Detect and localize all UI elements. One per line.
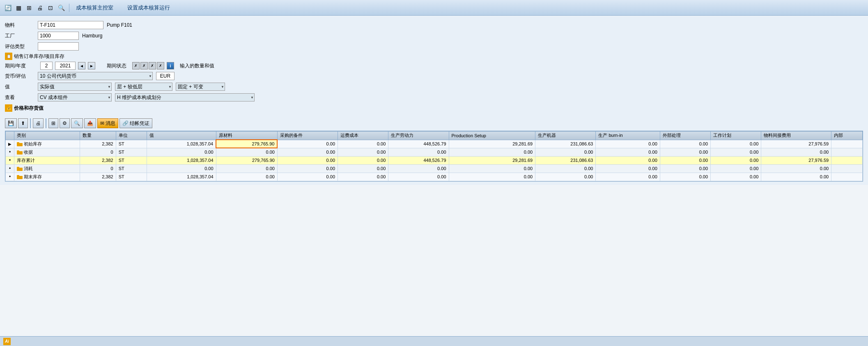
row-machine-cell: 0.00	[535, 173, 596, 181]
row-expand-cell[interactable]: ▶	[6, 140, 14, 148]
table-header-row: 类别 数量 单位 值 原材料 采购的备件 运费成本 生产劳动力 Producti…	[6, 131, 863, 140]
col-raw[interactable]: 原材料	[216, 131, 277, 140]
row-internal-cell	[831, 173, 863, 181]
col-external[interactable]: 外部处理	[660, 131, 710, 140]
row-name: 库存累计	[17, 158, 35, 163]
plant-row: 工厂 Hamburg	[5, 31, 863, 40]
row-purchased-cell: 0.00	[277, 148, 338, 156]
col-internal[interactable]: 内部	[831, 131, 863, 140]
row-burnin-cell: 0.00	[596, 148, 660, 156]
row-unit-cell: ST	[116, 148, 147, 156]
row-freight-cell: 0.00	[338, 164, 388, 173]
row-name: 收据	[24, 149, 33, 155]
search-btn[interactable]: 🔍	[71, 118, 83, 128]
row-workplan-cell: 0.00	[711, 156, 761, 164]
row-workplan-cell: 0.00	[711, 140, 761, 148]
row-external-cell: 0.00	[660, 156, 710, 164]
row-raw-cell: 0.00	[216, 164, 277, 173]
row-raw-cell: 0.00	[216, 148, 277, 156]
view-row: 查看 CV 成本组件 ▼ H 维护成本构成划分 ▼	[5, 93, 863, 102]
main-toolbar: 🔄 ▦ ⊞ 🖨 ⊡ 🔍 成本核算主控室 设置成本核算运行	[0, 0, 868, 16]
row-raw-cell: 279,765.90	[216, 156, 277, 164]
view-select-1[interactable]: CV 成本组件	[38, 93, 112, 101]
print-btn[interactable]: 🖨	[33, 118, 44, 128]
title1[interactable]: 成本核算主控室	[76, 5, 113, 11]
expand-icon[interactable]: ▶	[8, 142, 11, 146]
export-btn[interactable]: 📤	[84, 118, 96, 128]
row-value-cell: 1,028,357.04	[147, 173, 216, 181]
row-qty-cell: 2,382	[80, 173, 116, 181]
row-labor-cell: 448,526.79	[388, 140, 449, 148]
title2[interactable]: 设置成本核算运行	[127, 5, 170, 11]
table-row: • 消耗 0ST0.000.000.000.000.000.000.000.00…	[6, 164, 863, 173]
currency-code-input[interactable]	[156, 72, 175, 80]
col-burnin[interactable]: 生产 burn-in	[596, 131, 660, 140]
col-freight[interactable]: 运费成本	[338, 131, 388, 140]
view-select-wrapper-1: CV 成本组件 ▼	[38, 93, 112, 101]
row-burnin-cell: 0.00	[596, 164, 660, 173]
values-select-1[interactable]: 实际值	[38, 83, 112, 91]
period-next-btn[interactable]: ►	[88, 62, 95, 69]
plant-input[interactable]	[38, 32, 79, 40]
back-icon[interactable]: 🔄	[3, 3, 12, 12]
col-purchased[interactable]: 采购的备件	[277, 131, 338, 140]
col-type[interactable]: 类别	[14, 131, 80, 140]
upload-btn[interactable]: ⬆	[18, 118, 28, 128]
row-burnin-cell: 0.00	[596, 173, 660, 181]
plant-label: 工厂	[5, 32, 38, 39]
col-expand	[6, 131, 14, 140]
message-label: 消息	[106, 120, 115, 127]
status-boxes: ✗ ✗ ✗ ✗	[132, 62, 164, 69]
folder-row: 收据	[17, 149, 33, 155]
period-input[interactable]	[40, 62, 53, 70]
currency-select[interactable]: 10 公司代码货币	[38, 72, 153, 80]
info-btn[interactable]: i	[167, 62, 174, 69]
bullet-icon: •	[9, 157, 11, 163]
col-prod-setup[interactable]: Production Setup	[449, 131, 535, 140]
row-name-cell: 库存累计	[14, 156, 80, 164]
data-table-container: 类别 数量 单位 值 原材料 采购的备件 运费成本 生产劳动力 Producti…	[5, 131, 863, 182]
row-labor-cell: 0.00	[388, 173, 449, 181]
row-name: 消耗	[24, 166, 33, 172]
config-btn[interactable]: ⚙	[60, 118, 70, 128]
row-external-cell: 0.00	[660, 173, 710, 181]
status-box-4: ✗	[157, 62, 164, 69]
row-qty-cell: 0	[80, 148, 116, 156]
year-input[interactable]	[55, 62, 76, 70]
folder-row: 期末库存	[17, 174, 42, 180]
col-labor[interactable]: 生产劳动力	[388, 131, 449, 140]
svg-rect-7	[17, 175, 19, 176]
row-labor-cell: 0.00	[388, 164, 449, 173]
col-mat-overhead[interactable]: 物料间接费用	[761, 131, 831, 140]
values-select-3[interactable]: 固定 + 可变	[176, 83, 225, 91]
row-freight-cell: 0.00	[338, 156, 388, 164]
grid-icon[interactable]: ▦	[14, 3, 23, 12]
col-value[interactable]: 值	[147, 131, 216, 140]
search-icon[interactable]: 🔍	[57, 3, 66, 12]
table-btn[interactable]: ⊞	[48, 118, 58, 128]
col-qty[interactable]: 数量	[80, 131, 116, 140]
eval-type-input[interactable]	[38, 42, 79, 51]
save-btn[interactable]: 💾	[5, 118, 17, 128]
bullet-icon: •	[9, 149, 11, 155]
col-workplan[interactable]: 工作计划	[711, 131, 761, 140]
values-select-wrapper-2: 层 + 较低层 ▼	[115, 83, 172, 91]
print-icon[interactable]: 🖨	[35, 3, 44, 12]
material-input[interactable]	[38, 21, 103, 29]
period-prev-btn[interactable]: ◄	[78, 62, 85, 69]
row-raw-cell: 279,765.90	[216, 140, 277, 148]
row-prodsetup-cell: 0.00	[449, 148, 535, 156]
col-unit[interactable]: 单位	[116, 131, 147, 140]
material-label: 物料	[5, 22, 38, 29]
col-machine[interactable]: 生产机器	[535, 131, 596, 140]
filter-icon[interactable]: ⊡	[46, 3, 55, 12]
table-icon[interactable]: ⊞	[25, 3, 34, 12]
table-row: • 收据 0ST0.000.000.000.000.000.000.000.00…	[6, 148, 863, 156]
message-btn[interactable]: ✉ 消息	[97, 118, 118, 128]
row-internal-cell	[831, 148, 863, 156]
values-select-2[interactable]: 层 + 较低层	[115, 83, 172, 91]
view-select-2[interactable]: H 维护成本构成划分	[115, 93, 255, 101]
voucher-btn[interactable]: 🔗 结帐凭证	[119, 118, 152, 128]
action-separator-2	[46, 118, 46, 128]
price-stock-label: 价格和存货值	[14, 105, 44, 112]
